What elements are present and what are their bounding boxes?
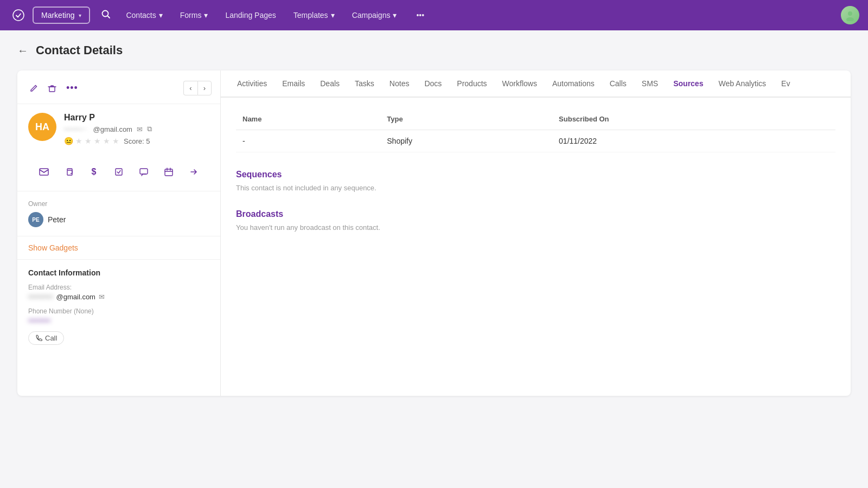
page-title: Contact Details [36, 43, 123, 57]
left-panel-toolbar: ••• ‹ › [17, 70, 220, 104]
sources-tab-content: Name Type Subscribed On - Shopify 01/11/… [221, 98, 851, 396]
phone-value: ••••••••• [28, 317, 209, 325]
tab-workflows[interactable]: Workflows [495, 70, 545, 98]
svg-rect-5 [49, 87, 55, 92]
chevron-down-icon: ▾ [393, 11, 397, 20]
next-contact-button[interactable]: › [197, 81, 212, 95]
svg-point-4 [846, 17, 854, 21]
tab-sources[interactable]: Sources [666, 70, 711, 98]
user-avatar[interactable] [841, 6, 859, 24]
email-address-label: Email Address: [28, 284, 209, 291]
col-type: Type [380, 111, 552, 130]
star-3[interactable]: ★ [94, 137, 101, 145]
page-content: ← Contact Details ••• [0, 30, 868, 409]
svg-rect-10 [165, 169, 173, 176]
row-name: - [236, 130, 380, 152]
action-icons-row: $ [17, 155, 220, 191]
edit-button[interactable] [26, 81, 41, 96]
tab-emails[interactable]: Emails [275, 70, 312, 98]
chevron-down-icon: ▾ [159, 11, 163, 20]
nav-forms[interactable]: Forms ▾ [174, 7, 215, 24]
delete-button[interactable] [44, 81, 60, 96]
app-logo [9, 5, 28, 25]
svg-rect-9 [140, 169, 148, 174]
contact-info: Harry P •••••••••• @gmail.com ✉ ⧉ 😐 ★ ★ … [64, 113, 209, 146]
star-4[interactable]: ★ [103, 137, 110, 145]
owner-section: Owner PE Peter [17, 191, 220, 236]
page-header: ← Contact Details [17, 43, 851, 57]
task-action-button[interactable] [108, 162, 129, 182]
owner-avatar: PE [28, 212, 43, 227]
email-action-button[interactable] [34, 162, 54, 182]
nav-contacts[interactable]: Contacts ▾ [119, 7, 169, 24]
broadcasts-empty-text: You haven't run any broadcast on this co… [236, 223, 835, 232]
star-5[interactable]: ★ [112, 137, 119, 145]
tabs-bar: Activities Emails Deals Tasks Notes Docs… [221, 70, 851, 98]
nav-templates[interactable]: Templates ▾ [287, 7, 341, 24]
contact-rating: 😐 ★ ★ ★ ★ ★ Score: 5 [64, 137, 209, 145]
nav-landing-pages[interactable]: Landing Pages [219, 7, 282, 24]
email-copy-icon[interactable]: ✉ [99, 293, 105, 301]
svg-point-0 [13, 10, 24, 21]
email-address-value: •••••••••• @gmail.com ✉ [28, 293, 209, 301]
avatar: HA [28, 113, 56, 141]
mood-icon: 😐 [64, 137, 73, 145]
nav-more-button[interactable]: ••• [410, 7, 431, 24]
col-subscribed-on: Subscribed On [552, 111, 835, 130]
tab-ev[interactable]: Ev [774, 70, 797, 98]
star-2[interactable]: ★ [85, 137, 92, 145]
app-selector-button[interactable]: Marketing ▾ [33, 7, 90, 24]
tab-automations[interactable]: Automations [545, 70, 602, 98]
star-1[interactable]: ★ [75, 137, 82, 145]
tab-calls[interactable]: Calls [602, 70, 634, 98]
nav-group: ‹ › [183, 81, 212, 95]
dollar-icon: $ [92, 167, 97, 177]
tab-docs[interactable]: Docs [417, 70, 449, 98]
score-text: Score: 5 [124, 137, 150, 145]
tab-activities[interactable]: Activities [229, 70, 275, 98]
show-gadgets-button[interactable]: Show Gadgets [28, 243, 78, 252]
contact-email-row: •••••••••• @gmail.com ✉ ⧉ [64, 125, 209, 133]
message-action-button[interactable] [133, 162, 154, 182]
automation-action-button[interactable] [183, 162, 204, 182]
tab-products[interactable]: Products [449, 70, 494, 98]
more-options-button[interactable]: ••• [63, 79, 81, 97]
owner-name: Peter [48, 215, 66, 224]
chevron-down-icon: ▾ [204, 11, 208, 20]
email-icon-button[interactable]: ✉ [137, 125, 143, 133]
tab-web-analytics[interactable]: Web Analytics [711, 70, 774, 98]
copy-email-button[interactable]: ⧉ [147, 125, 152, 133]
phone-label: Phone Number (None) [28, 307, 209, 315]
chevron-down-icon: ▾ [79, 12, 81, 18]
main-layout: ••• ‹ › HA Harry P •••••••••• @gmail.com… [17, 70, 851, 396]
call-button[interactable]: Call [28, 331, 64, 345]
svg-rect-6 [40, 169, 48, 175]
phone-blurred: ••••••••• [28, 317, 50, 325]
calendar-action-button[interactable] [158, 162, 179, 182]
tab-deals[interactable]: Deals [312, 70, 347, 98]
svg-rect-8 [116, 169, 122, 175]
contact-information: Contact Information Email Address: •••••… [17, 260, 220, 354]
prev-contact-button[interactable]: ‹ [183, 81, 197, 95]
tab-sms[interactable]: SMS [634, 70, 666, 98]
app-selector-label: Marketing [41, 11, 74, 20]
call-label: Call [45, 334, 57, 342]
email-blurred-value: •••••••••• [28, 293, 53, 301]
copy-action-button[interactable] [59, 162, 79, 182]
table-row: - Shopify 01/11/2022 [236, 130, 835, 152]
more-dots-icon: ••• [66, 82, 78, 94]
contact-info-title: Contact Information [28, 268, 209, 277]
col-name: Name [236, 111, 380, 130]
deal-action-button[interactable]: $ [84, 162, 104, 182]
search-button[interactable] [97, 5, 115, 26]
svg-point-1 [103, 10, 108, 16]
back-button[interactable]: ← [17, 44, 28, 57]
nav-campaigns[interactable]: Campaigns ▾ [346, 7, 404, 24]
left-panel: ••• ‹ › HA Harry P •••••••••• @gmail.com… [17, 70, 221, 396]
owner-row: PE Peter [28, 212, 209, 227]
tab-notes[interactable]: Notes [382, 70, 417, 98]
chevron-down-icon: ▾ [331, 11, 335, 20]
tab-tasks[interactable]: Tasks [347, 70, 382, 98]
svg-point-3 [848, 11, 852, 16]
svg-rect-7 [67, 170, 72, 175]
